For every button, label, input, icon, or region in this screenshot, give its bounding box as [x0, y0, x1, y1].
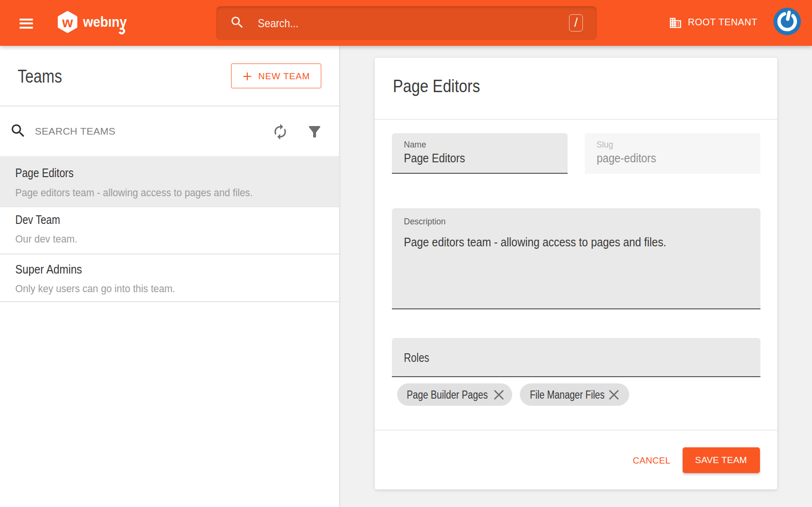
svg-text:w: w — [62, 15, 73, 30]
